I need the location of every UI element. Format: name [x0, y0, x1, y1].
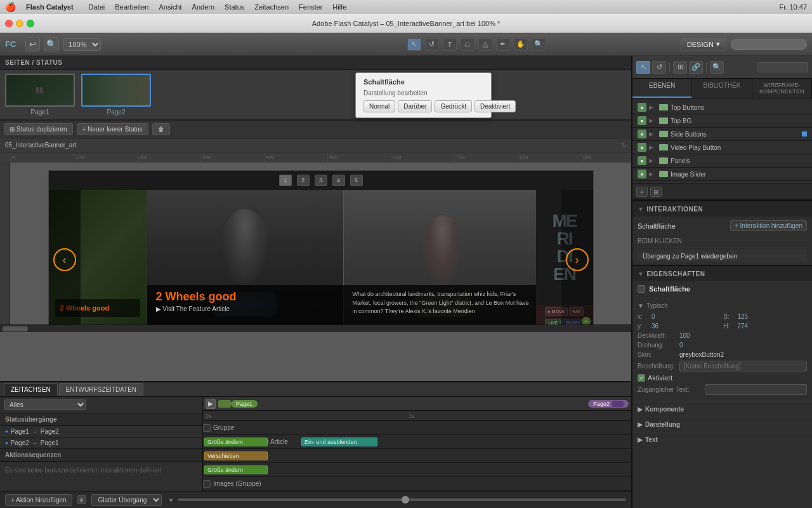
layer-image-slider[interactable]: ● ▶ Image Slider [632, 168, 812, 181]
eye-icon-5[interactable]: ● [638, 156, 646, 165]
timeline-block-einaus[interactable]: Ein- und ausblenden [301, 438, 377, 446]
eye-icon-2[interactable]: ● [638, 116, 646, 125]
delete-status-btn[interactable]: 🗑 [152, 123, 170, 135]
layer-top-bg[interactable]: ● ▶ Top BG [632, 114, 812, 128]
banner-link[interactable]: ▶ Visit The Feature Article [156, 305, 335, 312]
undo-tool[interactable]: ↺ [425, 38, 439, 51]
nav-dot-2[interactable]: 2 [297, 175, 310, 186]
zugang-input[interactable] [705, 384, 807, 395]
layer-side-buttons[interactable]: ● ▶ Side Buttons [632, 128, 812, 141]
play-button[interactable]: ▶ [206, 399, 216, 409]
deckkraft-value[interactable]: 100 [679, 332, 690, 339]
layer-toggle-3[interactable]: ▶ [649, 131, 657, 137]
timeline-zoom-slider[interactable] [178, 498, 626, 501]
scroll-thumb[interactable] [3, 326, 28, 331]
y-value[interactable]: 36 [652, 323, 658, 330]
add-interaction-button[interactable]: + Interaktion hinzufügen [730, 220, 807, 231]
schaltflaeche-checkbox[interactable] [638, 285, 645, 293]
layer-props-btn[interactable]: ⊞ [650, 187, 662, 197]
triangle-tool[interactable]: △ [478, 38, 492, 51]
apple-menu[interactable]: 🍎 [5, 2, 16, 12]
komponente-header[interactable]: ▶ Komponente [632, 401, 812, 417]
text-tool[interactable]: T [443, 38, 457, 51]
select-tool[interactable]: ↖ [407, 38, 421, 51]
eye-icon-4[interactable]: ● [638, 143, 646, 152]
menu-bearbeiten[interactable]: Bearbeiten [110, 2, 154, 12]
select-mode-btn[interactable]: ↖ [636, 61, 650, 74]
menu-zeitachsen[interactable]: Zeitachsen [249, 2, 294, 12]
darueber-btn[interactable]: Darüber [398, 100, 432, 112]
link-btn[interactable]: 🔗 [689, 61, 703, 74]
layer-toggle-5[interactable]: ▶ [649, 157, 657, 164]
menu-hilfe[interactable]: Hilfe [327, 2, 351, 12]
undo-btn[interactable]: ↺ [652, 61, 666, 74]
tab-bibliothek[interactable]: BIBLIOTHEK [692, 79, 752, 98]
nav-dot-4[interactable]: 4 [332, 175, 345, 186]
gedrueckt-btn[interactable]: Gedrückt [435, 100, 472, 112]
aktiviert-checkbox[interactable] [638, 374, 645, 382]
eye-icon-6[interactable]: ● [638, 170, 646, 178]
zoom-tool[interactable]: 🔍 [44, 37, 59, 51]
nav-dot-1[interactable]: 1 [279, 175, 292, 186]
deaktiviert-btn[interactable]: Deaktiviert [475, 100, 516, 112]
layer-video-play[interactable]: ● ▶ Video Play Button [632, 141, 812, 154]
menu-fenster[interactable]: Fenster [294, 2, 327, 12]
maximize-button[interactable] [27, 20, 34, 27]
menu-status[interactable]: Status [219, 2, 249, 12]
beschriftung-input[interactable] [679, 361, 807, 371]
nav-dot-3[interactable]: 3 [315, 175, 327, 186]
live-action[interactable]: LIVE [545, 319, 561, 324]
track-checkbox-3[interactable] [203, 480, 211, 488]
page2-thumbnail[interactable] [81, 74, 151, 107]
minimize-button[interactable] [16, 20, 23, 27]
zoom-tool-2[interactable]: 🔍 [532, 38, 546, 51]
close-button[interactable] [5, 20, 13, 27]
drehung-value[interactable]: 0 [679, 342, 683, 349]
darstellung-header[interactable]: ▶ Darstellung [632, 417, 812, 432]
menu-ansicht[interactable]: Ansicht [154, 2, 187, 12]
text-header[interactable]: ▶ Text [632, 432, 812, 447]
timeline-block-groesse[interactable]: Größe ändern [204, 438, 268, 446]
x-value[interactable]: 0 [652, 313, 655, 320]
transition-select[interactable]: Glatter Übergang [91, 494, 162, 506]
canvas-refresh-icon[interactable]: ↻ [621, 142, 626, 149]
status-duplicate-btn[interactable]: ⊞ Status duplizieren [4, 123, 73, 135]
properties-header[interactable]: ▼ EIGENSCHAFTEN [632, 266, 812, 281]
menu-datei[interactable]: Datei [84, 2, 110, 12]
tab-zeitachsen[interactable]: ZEITACHSEN [4, 383, 58, 396]
h-value[interactable]: 274 [738, 323, 749, 330]
timeline-block-groesse2[interactable]: Größe ändern [204, 465, 268, 474]
shape-tool[interactable]: □ [461, 38, 475, 51]
page1-thumb[interactable]: ▊▊ Page1 [5, 74, 75, 116]
menu-aendern[interactable]: Ändern [187, 2, 219, 12]
canvas-scrollbar[interactable] [0, 324, 631, 332]
search-input[interactable] [731, 39, 807, 50]
add-layer-btn[interactable]: + [636, 187, 648, 197]
eye-icon-1[interactable]: ● [638, 103, 646, 112]
attach-icon[interactable]: ⊕ [77, 495, 86, 504]
back-button[interactable]: ↩ [25, 37, 40, 51]
transition-page1-page2[interactable]: ● Page1 → Page2 [0, 426, 202, 438]
hand-tool[interactable]: ✋ [514, 38, 528, 51]
track-checkbox-1[interactable] [203, 424, 211, 432]
new-status-btn[interactable]: + Neuer leerer Status [77, 123, 148, 135]
b-value[interactable]: 125 [738, 313, 749, 320]
design-mode-button[interactable]: DESIGN ▾ [680, 37, 727, 51]
zoom-select[interactable]: 100% 50% 200% [63, 38, 101, 51]
prev-arrow-button[interactable]: ‹ [53, 248, 76, 271]
layer-toggle-2[interactable]: ▶ [649, 117, 657, 124]
eye-icon-3[interactable]: ● [638, 130, 646, 138]
timeline-filter-select[interactable]: Alles [4, 399, 86, 410]
layer-toggle-6[interactable]: ▶ [649, 171, 657, 177]
layer-toggle-1[interactable]: ▶ [649, 104, 657, 110]
layer-toggle-4[interactable]: ▶ [649, 144, 657, 150]
pen-tool[interactable]: ✒ [496, 38, 510, 51]
timeline-block-verschieben[interactable]: Verschieben [204, 451, 268, 460]
page2-thumb[interactable]: Page2 [81, 74, 151, 116]
beim-klicken-action[interactable]: Übergang zu Page1 wiedergeben [638, 250, 807, 262]
interactions-header[interactable]: ▼ INTERAKTIONEN [632, 201, 812, 217]
normal-btn[interactable]: Normal [363, 100, 395, 112]
layer-top-buttons[interactable]: ● ▶ Top Buttons [632, 101, 812, 114]
tab-entwurfszeitdaten[interactable]: ENTWURFSZEITDATEN [59, 383, 143, 396]
tab-wireframe[interactable]: WIREFRAME-KOMPONENTEN [752, 79, 812, 98]
